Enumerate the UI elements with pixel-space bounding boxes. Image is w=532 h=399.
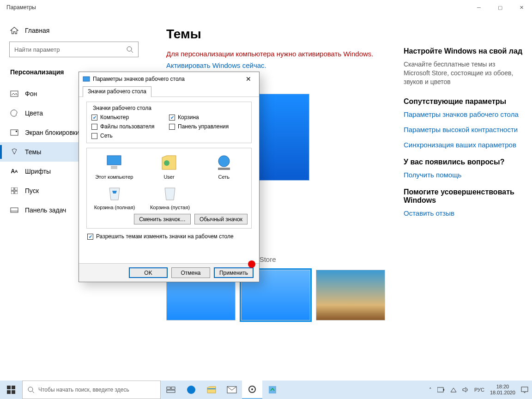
sidebar-item-label: Фон bbox=[25, 90, 37, 97]
search-icon bbox=[27, 386, 35, 393]
settings-button[interactable] bbox=[242, 381, 262, 399]
folder-icon bbox=[206, 386, 217, 394]
tray-chevron-icon[interactable]: ˄ bbox=[429, 387, 432, 393]
svg-line-26 bbox=[32, 391, 34, 393]
icon-user[interactable]: User bbox=[145, 153, 193, 180]
icon-label: Сеть bbox=[218, 174, 229, 180]
clock[interactable]: 18:2018.01.2020 bbox=[490, 384, 515, 396]
notifications-icon[interactable] bbox=[521, 387, 528, 393]
highlight-marker bbox=[248, 260, 255, 268]
caption-buttons: ─ ▢ ✕ bbox=[468, 0, 532, 15]
high-contrast-link[interactable]: Параметры высокой контрастности bbox=[404, 126, 523, 133]
palette-icon bbox=[10, 109, 18, 117]
task-view-button[interactable] bbox=[161, 381, 181, 399]
tab-desktop-icons[interactable]: Значки рабочего стола bbox=[83, 86, 151, 97]
background-icon bbox=[10, 90, 18, 98]
task-view-icon bbox=[166, 386, 175, 393]
feedback-link[interactable]: Оставить отзыв bbox=[404, 209, 523, 217]
desktop-icon-settings-dialog: Параметры значков рабочего стола ✕ Значк… bbox=[79, 72, 260, 282]
icon-this-pc[interactable]: Этот компьютер bbox=[91, 153, 138, 180]
svg-rect-36 bbox=[437, 387, 443, 392]
svg-rect-4 bbox=[16, 131, 17, 132]
start-button[interactable] bbox=[0, 381, 22, 399]
window-title: Параметры bbox=[6, 4, 36, 11]
maximize-button[interactable]: ▢ bbox=[490, 0, 511, 15]
desktop-icons-link[interactable]: Параметры значков рабочего стола bbox=[404, 110, 523, 118]
battery-icon[interactable] bbox=[437, 387, 445, 393]
date: 18.01.2020 bbox=[490, 390, 515, 396]
icon-preview-box: Этот компьютер User Сеть Корзина (полная… bbox=[86, 148, 252, 229]
tabstrip: Значки рабочего стола bbox=[79, 86, 259, 97]
svg-rect-7 bbox=[11, 191, 14, 194]
sidebar-item-label: Шрифты bbox=[25, 168, 51, 175]
svg-rect-35 bbox=[269, 386, 276, 393]
svg-rect-22 bbox=[12, 386, 15, 389]
get-help-link[interactable]: Получить помощь bbox=[404, 171, 523, 179]
svg-point-18 bbox=[164, 160, 169, 166]
checkbox-control-panel[interactable]: Панель управления bbox=[169, 123, 247, 130]
search-placeholder: Найти параметр bbox=[14, 46, 60, 53]
app-button[interactable] bbox=[262, 381, 283, 399]
default-icon-button[interactable]: Обычный значок bbox=[194, 214, 248, 224]
sidebar-item-label: Экран блокировки bbox=[25, 129, 79, 136]
svg-point-0 bbox=[127, 47, 132, 51]
svg-rect-3 bbox=[11, 130, 18, 135]
language-indicator[interactable]: РУС bbox=[474, 387, 484, 393]
network-icon[interactable] bbox=[450, 387, 457, 393]
apply-button[interactable]: Применить bbox=[214, 267, 254, 278]
home-label: Главная bbox=[25, 27, 49, 34]
taskbar-search[interactable]: Чтобы начать поиск, введите здесь bbox=[22, 381, 161, 399]
icon-recycle-full[interactable]: Корзина (полная) bbox=[91, 183, 139, 210]
checkbox-label: Файлы пользователя bbox=[100, 123, 154, 130]
close-button[interactable]: ✕ bbox=[511, 0, 532, 15]
volume-icon[interactable] bbox=[462, 387, 469, 393]
taskbar: Чтобы начать поиск, введите здесь ˄ РУС … bbox=[0, 381, 532, 399]
search-input[interactable]: Найти параметр bbox=[9, 42, 139, 57]
icon-label: User bbox=[163, 174, 174, 180]
icon-recycle-empty[interactable]: Корзина (пустая) bbox=[146, 183, 194, 210]
icon-network[interactable]: Сеть bbox=[200, 153, 248, 180]
desktop-icons-group: Значки рабочего стола ✔Компьютер ✔Корзин… bbox=[86, 102, 252, 143]
icon-label: Корзина (пустая) bbox=[150, 205, 190, 210]
lockscreen-icon bbox=[10, 128, 18, 137]
taskbar-icon bbox=[10, 206, 18, 214]
icon-label: Корзина (полная) bbox=[94, 205, 135, 210]
windows-icon bbox=[7, 386, 15, 394]
checkbox-network[interactable]: Сеть bbox=[91, 133, 169, 139]
dialog-title: Параметры значков рабочего стола bbox=[93, 76, 185, 82]
fonts-icon: AA bbox=[10, 167, 18, 175]
ok-button[interactable]: OK bbox=[129, 267, 168, 278]
checkbox-user-files[interactable]: Файлы пользователя bbox=[91, 123, 169, 130]
sync-settings-link[interactable]: Синхронизация ваших параметров bbox=[404, 141, 523, 149]
activate-link[interactable]: Активировать Windows сейчас. bbox=[166, 61, 385, 69]
system-tray: ˄ РУС 18:2018.01.2020 bbox=[429, 384, 532, 396]
svg-rect-28 bbox=[171, 387, 175, 389]
sidebar-item-label: Пуск bbox=[25, 187, 39, 194]
minimize-button[interactable]: ─ bbox=[468, 0, 490, 15]
dialog-close-button[interactable]: ✕ bbox=[242, 75, 255, 83]
dialog-icon bbox=[83, 75, 90, 83]
cancel-button[interactable]: Отмена bbox=[171, 267, 210, 278]
edge-button[interactable] bbox=[181, 381, 201, 399]
mail-button[interactable] bbox=[222, 381, 242, 399]
change-icon-button[interactable]: Сменить значок… bbox=[134, 214, 191, 224]
svg-rect-6 bbox=[15, 187, 18, 190]
explorer-button[interactable] bbox=[201, 381, 222, 399]
svg-point-25 bbox=[28, 387, 33, 392]
home-link[interactable]: Главная bbox=[0, 24, 148, 42]
checkbox-computer[interactable]: ✔Компьютер bbox=[91, 114, 169, 121]
right-panel: Настройте Windows на свой лад Скачайте б… bbox=[404, 15, 532, 381]
edge-icon bbox=[186, 385, 196, 395]
svg-rect-29 bbox=[167, 390, 175, 393]
svg-rect-5 bbox=[11, 187, 14, 190]
svg-rect-27 bbox=[167, 387, 170, 389]
sidebar-item-label: Темы bbox=[25, 148, 41, 156]
checkbox-recycle-bin[interactable]: ✔Корзина bbox=[169, 114, 247, 121]
activation-warning: Для персонализации компьютера нужно акти… bbox=[166, 50, 385, 58]
rp-heading: Сопутствующие параметры bbox=[404, 97, 523, 106]
icon-label: Этот компьютер bbox=[95, 174, 133, 180]
search-icon bbox=[126, 46, 133, 53]
theme-tile[interactable] bbox=[316, 270, 385, 320]
svg-line-1 bbox=[131, 51, 133, 53]
checkbox-allow-themes[interactable]: ✔Разрешить темам изменять значки на рабо… bbox=[87, 233, 251, 240]
